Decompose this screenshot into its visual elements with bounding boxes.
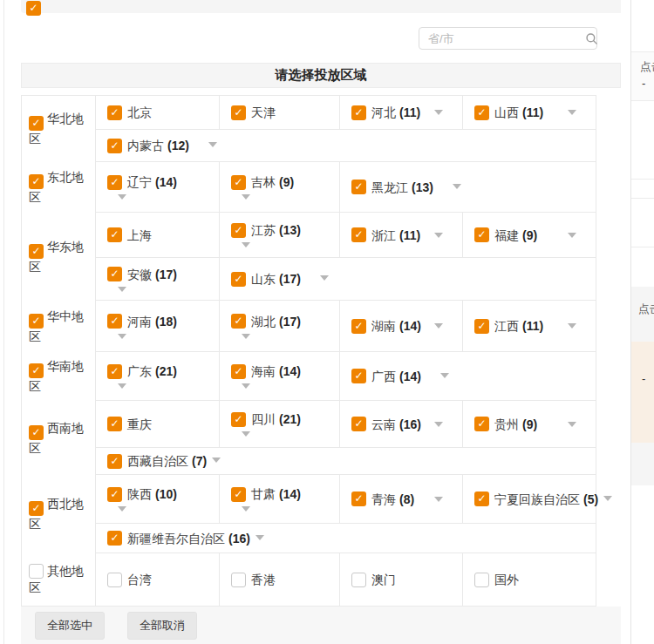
province-item[interactable]: ✓宁夏回族自治区(5) [474,491,612,507]
province-item[interactable]: ✓河南(18) [107,313,177,339]
province-cell[interactable]: ✓陕西(10) [96,475,219,523]
province-checkbox[interactable] [474,573,489,587]
dropdown-arrow-icon[interactable] [434,422,443,427]
province-item[interactable]: 香港 [231,572,276,588]
province-checkbox[interactable]: ✓ [107,454,122,469]
region-group-cell[interactable]: ✓华南地区 [22,352,96,401]
province-checkbox[interactable] [351,573,366,587]
province-cell[interactable]: ✓河北(11) [339,96,462,129]
province-checkbox[interactable]: ✓ [107,105,122,120]
province-checkbox[interactable]: ✓ [231,272,246,287]
province-item[interactable]: ✓四川(21) [231,411,301,437]
province-item[interactable]: ✓江西(11) [474,318,543,335]
region-group-cell[interactable]: ✓华东地区 [22,213,96,301]
province-item[interactable]: 澳门 [351,572,396,588]
province-cell[interactable]: 国外 [462,553,596,606]
select-all-button[interactable]: 全部选中 [35,612,105,640]
province-item[interactable]: ✓北京 [107,105,152,121]
region-group-checkbox[interactable]: ✓ [29,174,44,189]
province-cell[interactable]: ✓内蒙古(12) [96,130,596,161]
dropdown-arrow-icon[interactable] [242,506,250,512]
dropdown-arrow-icon[interactable] [242,431,250,437]
dropdown-arrow-icon[interactable] [118,194,126,200]
province-cell[interactable]: ✓贵州(9) [462,401,596,447]
province-cell[interactable]: ✓湖北(17) [219,301,339,351]
dropdown-arrow-icon[interactable] [568,110,576,115]
region-group-checkbox[interactable]: ✓ [29,425,44,440]
dropdown-arrow-icon[interactable] [434,497,443,502]
province-cell[interactable]: ✓西藏自治区(7) [96,448,596,474]
region-group-checkbox[interactable]: ✓ [29,116,44,131]
province-item[interactable]: ✓甘肃(14) [231,486,301,512]
region-group-cell[interactable]: ✓西南地区 [22,401,96,475]
dropdown-arrow-icon[interactable] [118,506,126,512]
province-checkbox[interactable] [107,573,122,587]
province-item[interactable]: ✓重庆 [107,416,152,432]
province-cell[interactable]: ✓宁夏回族自治区(5) [462,475,596,523]
province-checkbox[interactable]: ✓ [107,531,122,546]
region-group-cell[interactable]: ✓华中地区 [22,301,96,352]
province-checkbox[interactable]: ✓ [474,227,489,242]
dropdown-arrow-icon[interactable] [440,373,449,378]
sidebar-hint-mid[interactable]: 点击 [638,302,654,317]
province-cell[interactable]: ✓安徽(17) [96,258,219,300]
province-item[interactable]: ✓辽宁(14) [107,174,177,200]
region-group-cell[interactable]: ✓东北地区 [22,162,96,213]
province-cell[interactable]: ✓青海(8) [339,475,462,523]
province-checkbox[interactable]: ✓ [231,364,246,379]
sidebar-hint-top[interactable]: 点击 [640,59,654,75]
dropdown-arrow-icon[interactable] [568,323,576,329]
province-item[interactable]: ✓江苏(13) [231,222,301,248]
province-item[interactable]: 国外 [474,572,519,588]
province-checkbox[interactable]: ✓ [474,105,489,120]
province-item[interactable]: ✓内蒙古(12) [107,138,217,154]
province-cell[interactable]: ✓重庆 [96,401,219,447]
province-cell[interactable]: ✓甘肃(14) [219,475,339,523]
province-item[interactable]: ✓上海 [107,227,152,243]
province-item[interactable]: ✓浙江(11) [351,227,420,243]
province-checkbox[interactable]: ✓ [351,491,366,506]
province-checkbox[interactable]: ✓ [231,487,246,502]
dropdown-arrow-icon[interactable] [242,334,250,339]
region-group-cell[interactable]: ✓西北地区 [22,475,96,553]
province-cell[interactable]: ✓河南(18) [96,301,219,351]
province-checkbox[interactable]: ✓ [351,369,366,383]
province-checkbox[interactable]: ✓ [107,417,122,431]
province-item[interactable]: ✓湖南(14) [351,318,421,335]
dropdown-arrow-icon[interactable] [118,383,126,389]
province-checkbox[interactable]: ✓ [474,417,489,431]
province-item[interactable]: ✓贵州(9) [474,416,537,432]
search-icon[interactable] [585,32,598,45]
province-item[interactable]: ✓西藏自治区(7) [107,453,221,470]
province-cell[interactable]: ✓辽宁(14) [96,162,219,212]
province-checkbox[interactable]: ✓ [351,180,366,194]
province-checkbox[interactable]: ✓ [231,314,246,329]
province-cell[interactable]: ✓山东(17) [219,258,596,300]
region-group-checkbox[interactable]: ✓ [29,244,44,259]
province-checkbox[interactable]: ✓ [107,227,122,242]
province-cell[interactable]: ✓新疆维吾尔自治区(16) [96,524,596,552]
province-checkbox[interactable]: ✓ [107,267,122,281]
province-cell[interactable]: ✓黑龙江(13) [339,162,596,212]
region-group-checkbox[interactable] [29,564,44,579]
province-cell[interactable]: ✓广东(21) [96,352,219,400]
province-item[interactable]: ✓广西(14) [351,368,449,384]
province-checkbox[interactable]: ✓ [351,227,366,242]
cutoff-checked-checkbox-icon[interactable]: ✓ [26,1,41,16]
dropdown-arrow-icon[interactable] [118,334,126,339]
province-cell[interactable]: 香港 [219,553,339,606]
dropdown-arrow-icon[interactable] [434,233,443,238]
province-item[interactable]: ✓青海(8) [351,491,414,507]
province-checkbox[interactable]: ✓ [107,139,122,153]
province-item[interactable]: ✓山东(17) [231,271,329,288]
province-cell[interactable]: 台湾 [96,553,219,606]
province-checkbox[interactable]: ✓ [231,223,246,238]
province-item[interactable]: ✓山西(11) [474,105,543,121]
province-item[interactable]: ✓湖北(17) [231,313,301,339]
region-group-cell[interactable]: 其他地区 [22,553,96,606]
region-group-checkbox[interactable]: ✓ [29,363,44,378]
province-cell[interactable]: ✓海南(14) [219,352,339,400]
dropdown-arrow-icon[interactable] [434,110,443,115]
province-search-input[interactable] [419,32,585,45]
dropdown-arrow-icon[interactable] [118,287,126,292]
